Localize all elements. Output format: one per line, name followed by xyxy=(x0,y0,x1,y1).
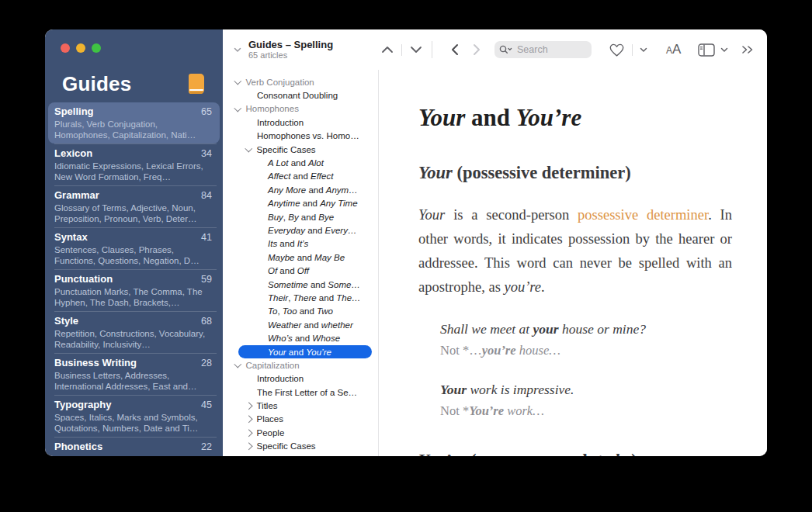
text-segment: The… xyxy=(336,293,360,303)
sidebar-item-count: 22 xyxy=(201,441,212,452)
overflow-button[interactable] xyxy=(741,45,755,54)
sidebar-item-subtitle: Sentences, Clauses, Phrases, Functions, … xyxy=(54,244,212,266)
next-article-button[interactable] xyxy=(410,46,422,54)
sidebar-item-label: Grammar xyxy=(54,189,99,202)
text-segment: Bye xyxy=(318,213,334,222)
tree-item-label: Places xyxy=(257,414,284,424)
tree-item[interactable]: Anytime and Any Time xyxy=(223,197,378,210)
text-segment: Any Time xyxy=(320,199,357,208)
sidebar-list: Spelling 65 Plurals, Verb Conjugation, H… xyxy=(45,102,223,456)
text-segment: whether xyxy=(321,320,353,330)
chevron-down-icon[interactable] xyxy=(234,361,241,368)
article-tree: Verb ConjugationConsonant DoublingHomoph… xyxy=(223,70,379,456)
favorite-button[interactable] xyxy=(609,43,625,57)
article-content: Your and You’reYour (possessive determin… xyxy=(379,70,767,456)
tree-item-label: Anytime and Any Time xyxy=(268,199,358,208)
text-segment: you’re xyxy=(504,279,541,295)
text-segment: Verb Conjugation xyxy=(246,78,314,87)
text-segment: (pronoun + verb xyxy=(466,451,597,456)
favorite-menu-button[interactable] xyxy=(640,47,647,53)
sidebar-item-lexicon[interactable]: Lexicon 34 Idiomatic Expressions, Lexica… xyxy=(48,144,220,185)
search-input[interactable] xyxy=(515,43,581,56)
tree-item[interactable]: Maybe and May Be xyxy=(223,251,378,264)
text-segment: work is impressive. xyxy=(467,382,574,397)
example-line-bad: Not *You’re work… xyxy=(440,402,732,420)
sidebar-item-syntax[interactable]: Syntax 41 Sentences, Clauses, Phrases, F… xyxy=(48,228,220,269)
tree-item[interactable]: Your and You’re xyxy=(238,345,372,358)
tree-item[interactable]: People xyxy=(223,426,378,439)
tree-item[interactable]: Titles xyxy=(223,399,378,412)
text-segment: and xyxy=(305,226,325,235)
sidebar-item-punctuation[interactable]: Punctuation 59 Punctuation Marks, The Co… xyxy=(48,270,220,311)
tree-item[interactable]: Sometime and Some… xyxy=(223,278,378,291)
sidebar-item-phonetics[interactable]: Phonetics 22 Sound, Meaning and Spelling… xyxy=(48,438,220,456)
forward-button[interactable] xyxy=(473,43,481,56)
tree-item[interactable]: Weather and whether xyxy=(223,318,378,331)
divider xyxy=(632,44,633,56)
tree-item-label: Sometime and Some… xyxy=(268,280,360,289)
sidebar-item-row: Typography 45 xyxy=(54,398,212,411)
chevron-down-icon[interactable] xyxy=(234,78,241,85)
minimize-button[interactable] xyxy=(76,43,85,53)
tree-item[interactable]: A Lot and Alot xyxy=(223,156,378,169)
back-button[interactable] xyxy=(451,43,459,56)
text-segment: and xyxy=(301,320,321,330)
tree-item[interactable]: Its and It’s xyxy=(223,237,378,251)
panel-menu-button[interactable] xyxy=(720,47,728,53)
article-paragraph: Your is a second-person possessive deter… xyxy=(418,203,732,299)
sidebar-item-spelling[interactable]: Spelling 65 Plurals, Verb Conjugation, H… xyxy=(48,102,220,144)
sidebar-item-typography[interactable]: Typography 45 Spaces, Italics, Marks and… xyxy=(48,396,220,437)
tree-item[interactable]: Introduction xyxy=(223,116,378,129)
text-segment: (possessive determiner) xyxy=(453,163,631,182)
chevron-down-icon[interactable] xyxy=(234,104,241,111)
chevron-right-icon xyxy=(473,43,481,56)
pane-collapse-button[interactable] xyxy=(234,47,241,53)
tree-item[interactable]: Verb Conjugation xyxy=(223,75,378,88)
chevron-right-icon[interactable] xyxy=(245,402,252,409)
tree-item[interactable]: Buy, By and Bye xyxy=(223,210,378,223)
tree-item[interactable]: Who’s and Whose xyxy=(223,331,378,344)
tree-item[interactable]: Introduction xyxy=(223,372,378,386)
chevron-right-icon[interactable] xyxy=(245,429,252,436)
inline-link[interactable]: possessive determiner xyxy=(578,207,708,223)
tree-item[interactable]: The First Letter of a Se… xyxy=(223,386,378,399)
sidebar-item-subtitle: Sound, Meaning and Spelling, xyxy=(54,454,212,456)
zoom-button[interactable] xyxy=(92,43,101,53)
sidebar-item-count: 28 xyxy=(201,358,212,368)
text-size-button[interactable]: AA xyxy=(666,42,681,57)
pane-subtitle: 65 articles xyxy=(248,50,333,61)
tree-item[interactable]: Their, There and The… xyxy=(223,291,378,304)
tree-item[interactable]: Of and Off xyxy=(223,264,378,277)
tree-item[interactable]: Consonant Doubling xyxy=(223,88,378,102)
tree-item[interactable]: Any More and Anym… xyxy=(223,183,378,196)
chevron-right-icon[interactable] xyxy=(245,443,252,450)
sidebar-item-row: Punctuation 59 xyxy=(54,272,212,285)
tree-item[interactable]: Homophones vs. Homo… xyxy=(223,130,378,143)
previous-article-button[interactable] xyxy=(381,46,394,54)
text-segment: Places xyxy=(257,414,284,424)
close-button[interactable] xyxy=(61,43,70,53)
tree-item[interactable]: Specific Cases xyxy=(223,143,378,156)
sidebar-item-style[interactable]: Style 68 Repetition, Constructions, Voca… xyxy=(48,312,220,353)
sidebar-item-subtitle: Plurals, Verb Conjugation, Homophones, C… xyxy=(54,119,212,140)
tree-item[interactable]: Places xyxy=(223,413,378,426)
app-window: Guides Spelling 65 Plurals, Verb Conjuga… xyxy=(45,29,767,456)
text-segment: Alot xyxy=(308,158,324,168)
tree-item[interactable]: Affect and Effect xyxy=(223,170,378,183)
chevron-right-icon[interactable] xyxy=(245,416,252,423)
tree-item[interactable]: Homophones xyxy=(223,102,378,116)
chevron-down-icon[interactable] xyxy=(245,145,252,152)
text-segment: Maybe xyxy=(268,253,295,262)
search-field[interactable] xyxy=(494,41,592,58)
sidebar-item-business-writing[interactable]: Business Writing 28 Business Letters, Ad… xyxy=(48,354,220,395)
pane-title-group: Guides – Spelling 65 articles xyxy=(234,39,381,61)
panel-layout-button[interactable] xyxy=(698,43,715,57)
tree-item[interactable]: Everyday and Every… xyxy=(223,223,378,237)
article-nav-group xyxy=(381,44,422,56)
text-segment: Homophones vs. Homo… xyxy=(257,131,359,140)
tree-item[interactable]: Specific Cases xyxy=(223,440,378,453)
tree-item[interactable]: To, Too and Two xyxy=(223,305,378,318)
sidebar-item-grammar[interactable]: Grammar 84 Glossary of Terms, Adjective,… xyxy=(48,186,220,227)
tree-item[interactable]: Capitalization xyxy=(223,358,378,372)
text-segment: Some… xyxy=(328,280,360,289)
